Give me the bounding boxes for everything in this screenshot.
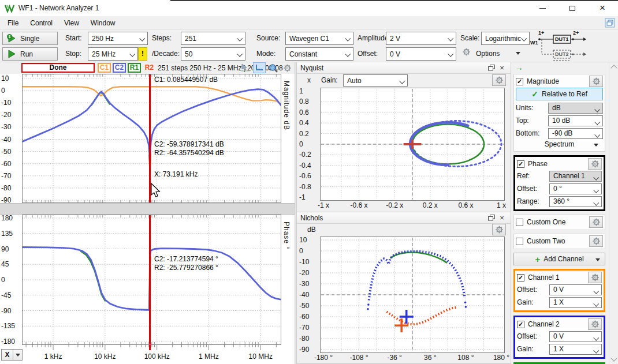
phase-offset-combo[interactable]: 0 ° <box>549 183 602 194</box>
channel2-checkbox[interactable]: ✓ <box>517 321 524 328</box>
pointer-tool-icon[interactable] <box>239 62 252 73</box>
channel1-gain-combo[interactable]: 1 X <box>549 297 602 308</box>
start-combo[interactable]: 250 Hz <box>88 32 148 45</box>
mode-combo[interactable]: Constant <box>285 47 353 61</box>
phase-plot[interactable] <box>22 215 281 345</box>
close-panel-icon[interactable]: × <box>497 213 507 223</box>
tick-label: 10 <box>299 236 307 244</box>
run-button[interactable]: Run <box>2 47 58 61</box>
relative-to-ref-button[interactable]: ✓ Relative to Ref <box>516 88 603 100</box>
channel2-gear-icon[interactable] <box>588 318 602 330</box>
channel1-checkbox[interactable]: ✓ <box>517 274 524 282</box>
options-button[interactable]: Options <box>476 50 500 58</box>
custom-two-checkbox[interactable] <box>516 238 523 245</box>
dut1-label: DUT1 <box>555 37 569 42</box>
ref-combo[interactable]: Channel 1 <box>549 171 602 182</box>
single-button[interactable]: 1 Single <box>2 32 58 45</box>
float-panel-icon[interactable] <box>486 63 497 73</box>
magnitude-plot[interactable] <box>22 74 281 203</box>
custom-two-gear-icon[interactable] <box>589 235 603 247</box>
stop-label: Stop: <box>65 50 81 58</box>
tick-label: 10 <box>1 74 9 82</box>
magnitude-group: ✓ Magnitude ✓ Relative to Ref Units: dB … <box>513 74 605 152</box>
tick-label: -36 ° <box>377 354 412 362</box>
stop-warning-icon[interactable]: ! <box>138 47 147 61</box>
scale-combo[interactable]: Logarithmic <box>481 32 530 45</box>
nichols-plot[interactable] <box>320 237 505 353</box>
nyquist-plot[interactable] <box>320 88 505 201</box>
options-dropdown-icon[interactable] <box>516 52 520 55</box>
custom-one-gear-icon[interactable] <box>589 216 603 228</box>
nichols-gear-icon[interactable] <box>492 224 506 235</box>
units-combo[interactable]: dB <box>548 103 603 114</box>
start-label: Start: <box>65 34 82 42</box>
cascade-windows-icon[interactable] <box>605 18 615 29</box>
tick-label: -0.8 <box>299 183 311 191</box>
channel2-group: ✓ Channel 2 Offset: 0 V Gain: 1 X <box>513 316 605 359</box>
minimize-button[interactable] <box>535 2 550 14</box>
steps-label: Steps: <box>152 34 172 42</box>
menu-control[interactable]: Control <box>25 17 58 29</box>
nyquist-gear-icon[interactable] <box>492 74 506 86</box>
channel1-offset-label: Offset: <box>517 286 547 294</box>
magnitude-y-axis: 100-10-20-30-40-50-60-70-80-90 <box>1 74 21 203</box>
sidebar-scrollbar[interactable] <box>609 62 618 364</box>
scroll-up-icon <box>610 65 617 71</box>
custom-one-checkbox[interactable] <box>516 219 523 226</box>
channel1-label: Channel 1 <box>528 273 585 282</box>
offset-combo[interactable]: 0 V <box>386 47 456 61</box>
channel1-chip[interactable]: C1 <box>98 63 111 73</box>
amplitude-combo[interactable]: 2 V <box>386 32 456 45</box>
channel2-gain-combo[interactable]: 1 X <box>549 344 602 355</box>
tick-label: -0.6 <box>299 172 311 180</box>
cursors-tool-icon[interactable] <box>253 62 266 73</box>
phase-gear-icon[interactable] <box>588 158 602 170</box>
waveforms-logo-icon <box>5 4 14 13</box>
close-button[interactable]: × <box>595 2 610 14</box>
channel1-gear-icon[interactable] <box>588 272 602 283</box>
menu-window[interactable]: Window <box>85 17 121 29</box>
channel1-offset-combo[interactable]: 0 V <box>549 284 602 295</box>
tick-label: -0.2 x <box>377 201 412 209</box>
tick-label: -80 <box>299 335 309 343</box>
channel2-offset-combo[interactable]: 0 V <box>549 331 602 342</box>
collapse-sidebar-icon[interactable]: → <box>511 62 618 74</box>
magnitude-gear-icon[interactable] <box>589 76 603 87</box>
tick-label: -180 <box>1 337 15 346</box>
top-combo[interactable]: 10 dB <box>548 115 603 126</box>
close-panel-icon[interactable]: × <box>497 63 507 73</box>
maximize-button[interactable] <box>565 2 580 14</box>
tick-label: -70 <box>299 324 309 332</box>
menu-file[interactable]: File <box>2 17 24 29</box>
menu-view[interactable]: View <box>59 17 84 29</box>
tick-label: -70 <box>1 172 11 180</box>
bottom-combo[interactable]: -90 dB <box>548 128 603 139</box>
reference1-chip[interactable]: R1 <box>128 63 141 73</box>
status-row: Done C1 C2 R1 R2 251 steps 250 Hz - 25 M… <box>0 62 295 74</box>
plot-splitter[interactable] <box>0 203 295 215</box>
source-combo[interactable]: Wavegen C1 <box>285 32 353 45</box>
channel1-group: ✓ Channel 1 Offset: 0 V Gain: 1 X <box>513 269 605 312</box>
channel2-chip[interactable]: C2 <box>113 63 126 73</box>
spectrum-dropdown[interactable]: Spectrum <box>516 140 603 149</box>
single-label: Single <box>20 35 39 43</box>
plot-settings-gear-icon[interactable] <box>281 62 293 73</box>
mode-label: Mode: <box>256 50 276 58</box>
magnitude-checkbox[interactable]: ✓ <box>516 78 523 85</box>
tick-label: -10 <box>1 99 11 107</box>
range-combo[interactable]: 360 ° <box>549 196 602 207</box>
phase-checkbox[interactable]: ✓ <box>517 160 524 168</box>
float-panel-icon[interactable] <box>486 213 497 223</box>
add-channel-button[interactable]: + Add Channel <box>513 253 605 265</box>
tick-label: 10 kHz <box>88 352 122 361</box>
x-axis-mode-button[interactable]: X <box>1 349 23 361</box>
zoom-tool-icon[interactable] <box>267 62 280 73</box>
nyquist-gain-combo[interactable]: Auto <box>343 74 408 87</box>
options-gear-icon[interactable] <box>462 48 471 58</box>
nyquist-y-axis: 10.80.60.40.20-0.2-0.4-0.6-0.8-1 <box>299 88 319 201</box>
decade-combo[interactable]: 50 <box>181 47 245 61</box>
stop-combo[interactable]: 25 MHz <box>88 47 138 61</box>
reference2-chip[interactable]: R2 <box>143 63 156 73</box>
steps-combo[interactable]: 251 <box>181 32 245 45</box>
run-play-icon <box>7 50 16 58</box>
